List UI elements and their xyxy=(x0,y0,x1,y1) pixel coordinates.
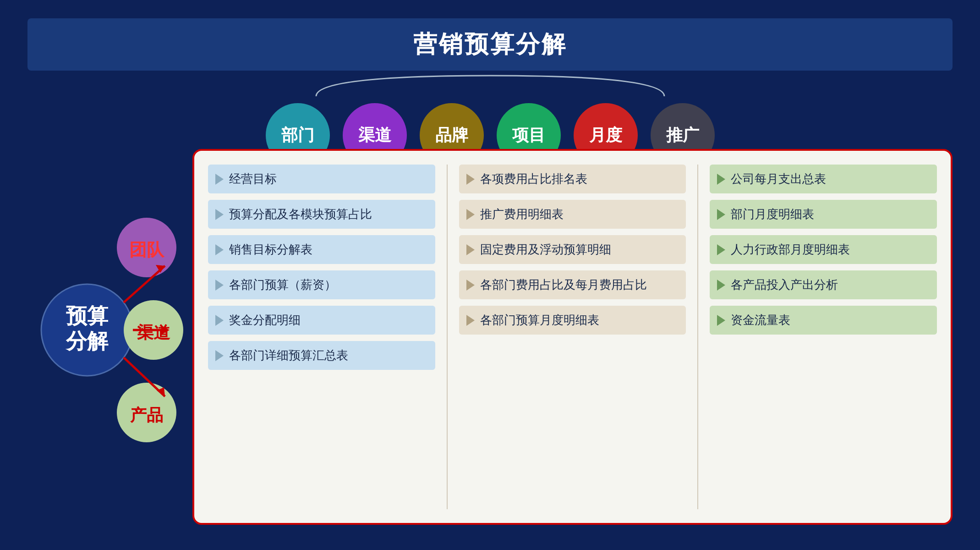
right-box: 经营目标 预算分配及各模块预算占比 销售目标分解表 各部门预算（薪资） 奖金分配… xyxy=(192,149,953,525)
page-title: 营销预算分解 xyxy=(27,28,953,60)
list-item: 各部门详细预算汇总表 xyxy=(208,341,435,370)
column-2: 各项费用占比排名表 推广费用明细表 固定费用及浮动预算明细 各部门费用占比及每月… xyxy=(459,165,686,509)
title-bar: 营销预算分解 xyxy=(27,18,953,71)
svg-text:预算: 预算 xyxy=(66,304,109,328)
svg-text:团队: 团队 xyxy=(129,240,165,259)
svg-text:产品: 产品 xyxy=(130,406,163,424)
list-item: 固定费用及浮动预算明细 xyxy=(459,235,686,264)
list-item: 各项费用占比排名表 xyxy=(459,165,686,193)
brace-container xyxy=(284,71,696,99)
list-item: 资金流量表 xyxy=(710,306,937,335)
list-item: 公司每月支出总表 xyxy=(710,165,937,193)
divider-2 xyxy=(697,165,698,509)
list-item: 各部门预算（薪资） xyxy=(208,270,435,299)
list-item: 各部门费用占比及每月费用占比 xyxy=(459,270,686,299)
list-item: 奖金分配明细 xyxy=(208,306,435,335)
list-item: 推广费用明细表 xyxy=(459,200,686,229)
list-item: 人力行政部月度明细表 xyxy=(710,235,937,264)
svg-text:渠道: 渠道 xyxy=(137,323,170,342)
list-item: 各产品投入产出分析 xyxy=(710,270,937,299)
column-1: 经营目标 预算分配及各模块预算占比 销售目标分解表 各部门预算（薪资） 奖金分配… xyxy=(208,165,435,509)
divider-1 xyxy=(447,165,448,509)
list-item: 经营目标 xyxy=(208,165,435,193)
main-area: 预算 分解 团队 渠道 产品 经营 xyxy=(27,142,953,532)
list-item: 预算分配及各模块预算占比 xyxy=(208,200,435,229)
svg-text:分解: 分解 xyxy=(65,329,109,353)
list-item: 各部门预算月度明细表 xyxy=(459,306,686,335)
list-item: 销售目标分解表 xyxy=(208,235,435,264)
column-3: 公司每月支出总表 部门月度明细表 人力行政部月度明细表 各产品投入产出分析 资金… xyxy=(710,165,937,509)
left-section: 预算 分解 团队 渠道 产品 xyxy=(27,142,183,532)
list-item: 部门月度明细表 xyxy=(710,200,937,229)
